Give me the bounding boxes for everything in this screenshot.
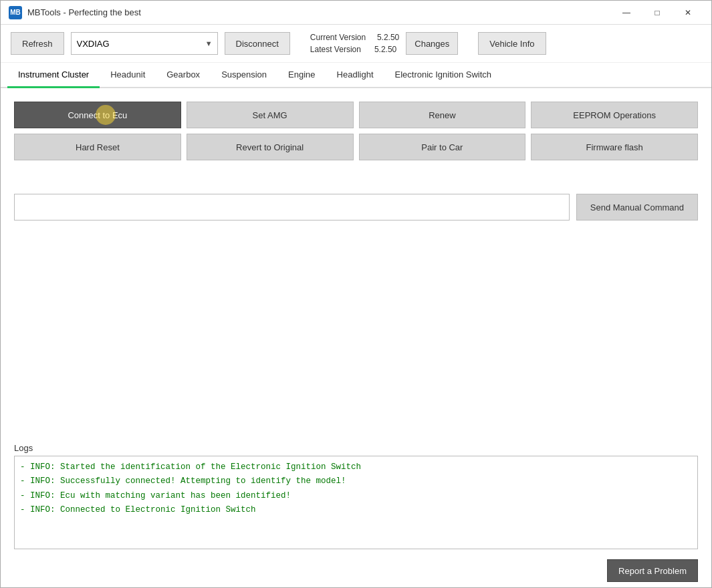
minimize-button[interactable]: — (611, 3, 642, 23)
hard-reset-button[interactable]: Hard Reset (14, 134, 181, 160)
command-input[interactable] (14, 194, 570, 220)
toolbar: Refresh VXDIAG ▼ Disconnect Current Vers… (1, 25, 711, 63)
window-controls: — □ ✕ (611, 3, 703, 23)
app-body: Refresh VXDIAG ▼ Disconnect Current Vers… (1, 25, 711, 588)
log-line: - INFO: Successfully connected! Attempti… (20, 474, 692, 488)
tab-suspension[interactable]: Suspension (211, 63, 277, 88)
revert-to-original-button[interactable]: Revert to Original (187, 134, 354, 160)
device-select-wrapper: VXDIAG ▼ (71, 32, 218, 55)
tab-headunit[interactable]: Headunit (100, 63, 156, 88)
tab-gearbox[interactable]: Gearbox (156, 63, 211, 88)
log-line: - INFO: Ecu with matching variant has be… (20, 489, 692, 503)
refresh-button[interactable]: Refresh (11, 32, 64, 55)
tab-electronic-ignition-switch[interactable]: Electronic Ignition Switch (384, 63, 503, 88)
close-button[interactable]: ✕ (673, 3, 703, 23)
logs-section: Logs - INFO: Started the identification … (1, 443, 711, 556)
report-area: Report a Problem (1, 556, 711, 588)
version-info: Current Version 5.2.50 Latest Version 5.… (310, 31, 399, 55)
tab-engine[interactable]: Engine (277, 63, 326, 88)
log-line: - INFO: Started the identification of th… (20, 460, 692, 474)
eeprom-operations-button[interactable]: EEPROM Operations (531, 102, 698, 128)
vehicle-info-button[interactable]: Vehicle Info (478, 32, 546, 55)
tab-headlight[interactable]: Headlight (326, 63, 384, 88)
latest-version-label: Latest Version 5.2.50 (310, 43, 399, 55)
report-problem-button[interactable]: Report a Problem (607, 559, 698, 582)
logs-box[interactable]: - INFO: Started the identification of th… (14, 456, 698, 549)
device-select[interactable]: VXDIAG (71, 32, 218, 55)
maximize-button[interactable]: □ (642, 3, 673, 23)
logs-label: Logs (14, 443, 698, 453)
set-amg-button[interactable]: Set AMG (187, 102, 354, 128)
command-area: Send Manual Command (14, 194, 698, 220)
button-grid: Connect to EcuSet AMGRenewEEPROM Operati… (14, 102, 698, 160)
main-panel: Connect to EcuSet AMGRenewEEPROM Operati… (1, 88, 711, 443)
disconnect-button[interactable]: Disconnect (225, 32, 290, 55)
app-title: MBTools - Perfecting the best (27, 7, 611, 17)
tabs-bar: Instrument ClusterHeadunitGearboxSuspens… (1, 63, 711, 88)
spacer (14, 227, 698, 436)
send-command-button[interactable]: Send Manual Command (576, 194, 698, 220)
app-icon: MB (9, 6, 22, 19)
tab-instrument-cluster[interactable]: Instrument Cluster (7, 63, 100, 88)
renew-button[interactable]: Renew (359, 102, 526, 128)
firmware-flash-button[interactable]: Firmware flash (531, 134, 698, 160)
log-line: - INFO: Connected to Electronic Ignition… (20, 503, 692, 517)
title-bar: MB MBTools - Perfecting the best — □ ✕ (1, 1, 711, 25)
current-version-label: Current Version 5.2.50 (310, 31, 399, 43)
changes-button[interactable]: Changes (406, 32, 458, 55)
pair-to-car-button[interactable]: Pair to Car (359, 134, 526, 160)
connect-to-ecu-button[interactable]: Connect to Ecu (14, 102, 181, 128)
